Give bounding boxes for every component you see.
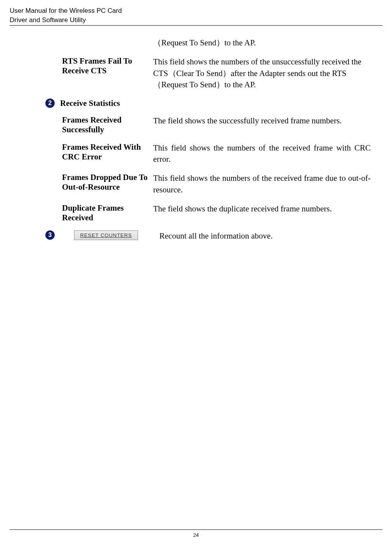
page-header: User Manual for the Wireless PC Card Dri…: [0, 0, 392, 26]
badge-3-icon: 3: [45, 230, 55, 240]
frames-crc-desc: This field shows the numbers of the rece…: [153, 142, 375, 165]
footer-divider: [10, 529, 382, 530]
frames-received-desc: The field shows the successfully receive…: [153, 115, 375, 135]
duplicate-frames-desc: The field shows the duplicate received f…: [153, 203, 375, 223]
intro-desc: （Request To Send）to the AP.: [153, 37, 375, 48]
frames-received-label: Frames Received Successfully: [17, 115, 153, 135]
receive-statistics-header: 2 Receive Statistics: [17, 99, 375, 108]
reset-counters-button[interactable]: RESET COUNTERS: [74, 230, 138, 240]
reset-counters-desc: Recount all the information above.: [155, 230, 375, 242]
duplicate-frames-row: Duplicate Frames Received The field show…: [17, 203, 375, 223]
content-area: （Request To Send）to the AP. RTS Frames F…: [0, 26, 392, 242]
intro-row: （Request To Send）to the AP.: [17, 37, 375, 48]
rts-fail-row: RTS Frames Fail To Receive CTS This fiel…: [17, 56, 375, 90]
page-footer: 24: [0, 529, 392, 538]
frames-crc-row: Frames Received With CRC Error This fiel…: [17, 142, 375, 165]
header-title-1: User Manual for the Wireless PC Card: [10, 7, 382, 15]
receive-statistics-title: Receive Statistics: [60, 99, 120, 108]
intro-label: [17, 37, 153, 48]
frames-dropped-label: Frames Dropped Due To Out-of-Resource: [17, 173, 153, 196]
duplicate-frames-label: Duplicate Frames Received: [17, 203, 153, 223]
frames-crc-label: Frames Received With CRC Error: [17, 142, 153, 165]
header-title-2: Driver and Software Utility: [10, 16, 382, 24]
page-number: 24: [10, 532, 382, 538]
frames-dropped-desc: This field shows the numbers of the rece…: [153, 173, 375, 196]
rts-fail-label: RTS Frames Fail To Receive CTS: [17, 56, 153, 90]
badge-2-icon: 2: [45, 99, 55, 108]
frames-dropped-row: Frames Dropped Due To Out-of-Resource Th…: [17, 173, 375, 196]
frames-received-row: Frames Received Successfully The field s…: [17, 115, 375, 135]
reset-counters-row: 3 RESET COUNTERS Recount all the informa…: [17, 230, 375, 242]
rts-fail-desc: This field shows the numbers of the unsu…: [153, 56, 375, 90]
